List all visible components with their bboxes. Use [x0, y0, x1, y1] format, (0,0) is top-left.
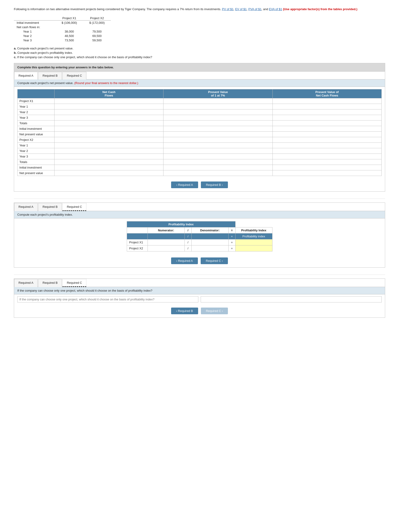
x2-year1-pv1-field[interactable] [165, 144, 270, 147]
x2-year3-pv1-input[interactable] [164, 153, 272, 159]
prof-x1-denominator-field[interactable] [194, 241, 226, 244]
prof-x2-denominator-field[interactable] [194, 247, 226, 250]
table-row: Year 3 [18, 115, 382, 120]
prof-x2-denominator[interactable] [191, 245, 228, 251]
x2-year3-pvncf-field[interactable] [275, 155, 380, 158]
x2-year2-pv1-input[interactable] [164, 148, 272, 153]
x1-year3-ncf-input[interactable] [55, 115, 164, 120]
prev-c-required-b-btn[interactable]: ‹ Required B [171, 308, 198, 314]
row-year2-x2: 69,500 [83, 34, 111, 38]
tab-c-required-c[interactable]: Required C [62, 279, 86, 287]
tab-required-a[interactable]: Required A [14, 72, 38, 79]
next-b-required-c-btn[interactable]: Required C › [201, 257, 228, 264]
prof-x2-result-field[interactable] [238, 247, 270, 250]
x1-npv-pvncf-field[interactable] [275, 133, 380, 136]
req-c-answer-input[interactable] [201, 296, 382, 303]
x2-year3-ncf-input[interactable] [55, 153, 164, 159]
complete-header: Complete this question by entering your … [14, 63, 385, 72]
x1-year3-pv1-field[interactable] [165, 116, 270, 119]
x2-initial-pvncf[interactable] [272, 165, 381, 170]
prof-x1-denominator[interactable] [191, 239, 228, 245]
prof-x2-numerator[interactable] [147, 245, 184, 251]
tab-b-required-a[interactable]: Required A [14, 203, 38, 211]
x2-initial-pvncf-field[interactable] [275, 166, 380, 169]
x1-year1-pv1-input[interactable] [164, 104, 272, 109]
x1-totals-ncf[interactable] [55, 120, 164, 126]
x1-totals-ncf-field[interactable] [56, 121, 161, 125]
x2-totals-pvncf[interactable] [272, 159, 381, 165]
table-row: Year 2 [18, 148, 382, 153]
x2-year1-pvncf-field[interactable] [275, 144, 380, 147]
tab-required-b[interactable]: Required B [38, 72, 62, 79]
eva-link[interactable]: EVA of $1 [269, 7, 282, 11]
pva-link[interactable]: PVA of $1 [248, 7, 262, 11]
prof-x1-numerator[interactable] [147, 239, 184, 245]
x1-year1-ncf-input[interactable] [55, 104, 164, 109]
tabs-b: Required A Required B Required C [14, 203, 385, 211]
x1-initial-pvncf-field[interactable] [275, 127, 380, 130]
proj-x1-pvncf [272, 98, 381, 104]
tab-b-required-c[interactable]: Required C [62, 203, 86, 211]
x2-npv-pvncf[interactable] [272, 170, 381, 176]
tab-c-required-a[interactable]: Required A [14, 279, 38, 287]
x2-npv-pvncf-field[interactable] [275, 171, 380, 175]
next-required-b-btn[interactable]: Required B › [201, 182, 228, 188]
x2-year1-ncf-field[interactable] [56, 144, 161, 147]
x1-npv-label: Net present value [18, 131, 55, 137]
tab-c-required-b[interactable]: Required B [38, 279, 62, 287]
x2-totals-ncf-field[interactable] [56, 160, 161, 164]
x1-initial-pvncf[interactable] [272, 126, 381, 131]
row-year3-x1: 73,500 [55, 38, 83, 43]
x2-totals-ncf[interactable] [55, 159, 164, 165]
x2-year2-pv1-field[interactable] [165, 149, 270, 153]
prof-x1-result-field[interactable] [238, 241, 270, 244]
x2-totals-pvncf-field[interactable] [275, 160, 380, 164]
prof-x1-numerator-field[interactable] [150, 241, 182, 244]
x2-year1-pvncf-input[interactable] [272, 142, 381, 148]
x2-year3-pvncf-input[interactable] [272, 153, 381, 159]
x1-year1-pvncf-field[interactable] [275, 105, 380, 108]
prof-x2-equals: = [228, 245, 235, 251]
x2-npv-ncf [55, 170, 164, 176]
x1-year2-pvncf-input[interactable] [272, 109, 381, 115]
prof-subrow-denominator [191, 233, 228, 239]
x2-year2-pvncf-input[interactable] [272, 148, 381, 153]
table-row: Project X1 [18, 98, 382, 104]
x1-year2-pv1-field[interactable] [165, 110, 270, 114]
q-c-text: If the company can choose only one proje… [17, 55, 152, 59]
prof-table: Profitability Index Numerator: / Denomin… [127, 221, 272, 252]
prof-x1-result[interactable] [235, 239, 272, 245]
prof-x2-numerator-field[interactable] [150, 247, 182, 250]
x2-year2-ncf-field[interactable] [56, 149, 161, 153]
x1-year1-pvncf-input[interactable] [272, 104, 381, 109]
nav-buttons-b: ‹ Required A Required C › [14, 254, 385, 267]
x1-year3-pv1-input[interactable] [164, 115, 272, 120]
tab-b-required-b[interactable]: Required B [38, 203, 62, 211]
x1-year3-pvncf-input[interactable] [272, 115, 381, 120]
x1-year2-ncf-field[interactable] [56, 110, 161, 114]
x2-year2-pvncf-field[interactable] [275, 149, 380, 153]
x1-npv-pvncf[interactable] [272, 131, 381, 137]
x1-year1-ncf-field[interactable] [56, 105, 161, 108]
x2-year2-ncf-input[interactable] [55, 148, 164, 153]
row-ncf-label: Net cash flows in: [14, 25, 55, 29]
pv-link[interactable]: PV of $1 [222, 7, 234, 11]
tab-required-c[interactable]: Required C [62, 72, 86, 79]
x2-year1-pv1-input[interactable] [164, 142, 272, 148]
x2-year3-ncf-field[interactable] [56, 155, 161, 158]
x1-totals-pvncf-field[interactable] [275, 121, 380, 125]
x1-year2-ncf-input[interactable] [55, 109, 164, 115]
x1-year3-ncf-field[interactable] [56, 116, 161, 119]
prev-required-a-btn[interactable]: ‹ Required A [171, 182, 198, 188]
x1-year2-pvncf-field[interactable] [275, 110, 380, 114]
prev-b-required-a-btn[interactable]: ‹ Required A [171, 257, 198, 264]
x1-year3-pvncf-field[interactable] [275, 116, 380, 119]
x2-year1-ncf-input[interactable] [55, 142, 164, 148]
x1-year1-pv1-field[interactable] [165, 105, 270, 108]
ev-link[interactable]: EV of $1 [235, 7, 247, 11]
x2-year3-pv1-field[interactable] [165, 155, 270, 158]
req-c-question-input[interactable] [17, 296, 198, 303]
x1-year2-pv1-input[interactable] [164, 109, 272, 115]
x1-totals-pvncf[interactable] [272, 120, 381, 126]
prof-x2-result[interactable] [235, 245, 272, 251]
